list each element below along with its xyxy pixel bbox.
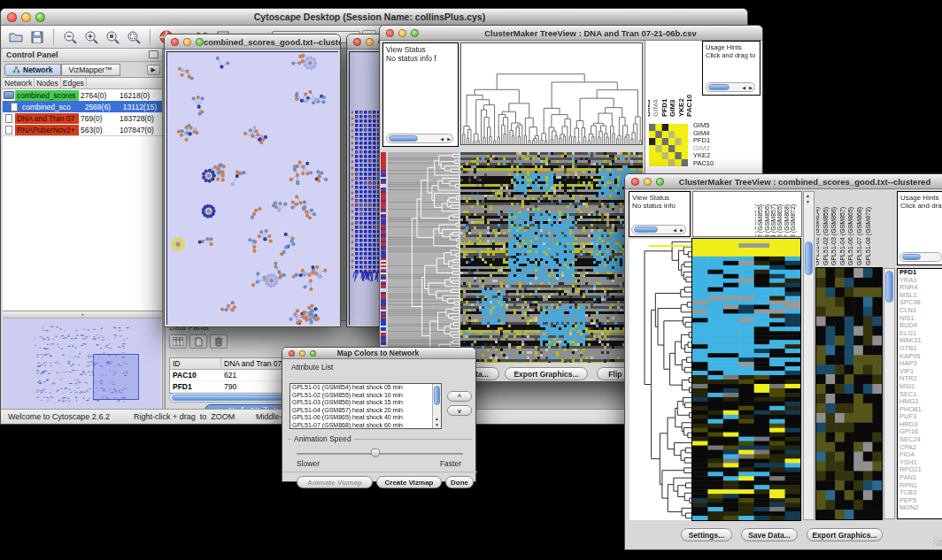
open-icon[interactable] — [6, 28, 26, 46]
usage-hints-hscrollbar[interactable]: ◀ ▶ — [706, 82, 755, 92]
tab-network[interactable]: Network — [4, 64, 61, 76]
usage-hints-hscrollbar[interactable] — [900, 252, 942, 262]
window-titlebar[interactable]: ClusterMaker TreeView : DNA and Tran 07-… — [380, 26, 762, 41]
column-header[interactable]: Edges — [61, 78, 87, 88]
heatmap-canvas[interactable] — [460, 152, 643, 363]
animate-vizmap-button[interactable]: Animate Vizmap — [297, 476, 373, 488]
sub-heatmap-canvas[interactable] — [816, 268, 882, 519]
close-button[interactable] — [171, 38, 179, 46]
close-button[interactable] — [353, 38, 361, 46]
close-button[interactable] — [7, 12, 17, 22]
scroll-left-icon[interactable]: ◀ — [673, 226, 676, 234]
scrollbar-thumb[interactable] — [885, 271, 893, 303]
delete-attribute-trash-icon[interactable] — [210, 334, 228, 349]
column-header[interactable]: Network — [3, 78, 35, 88]
zoom-button[interactable] — [35, 12, 45, 22]
column-label[interactable]: GPL51-02 (GSM855) — [757, 204, 763, 236]
scroll-right-icon[interactable]: ▶ — [749, 84, 753, 91]
save-icon[interactable] — [27, 28, 47, 46]
attribute-item[interactable]: GPL51-02 (GSM855) heat shock 10 min — [290, 392, 441, 400]
column-label[interactable]: GPL51-04 (GSM857) — [770, 204, 776, 236]
save-data-button[interactable]: Save Data... — [741, 528, 798, 541]
done-button[interactable]: Done — [445, 476, 474, 488]
row-dendrogram[interactable] — [629, 239, 691, 520]
column-label[interactable]: GPL51-01 (GSM854) — [816, 207, 820, 265]
column-label[interactable]: PAC10 — [685, 95, 693, 117]
sub-vscrollbar[interactable] — [884, 268, 895, 519]
window-titlebar[interactable]: combined_scores_good.txt--cluste... — [165, 35, 340, 50]
export-graphics-button[interactable]: Export Graphics... — [505, 367, 588, 380]
minimize-button[interactable] — [398, 29, 406, 37]
scroll-right-icon[interactable]: ▶ — [680, 226, 683, 234]
column-label[interactable]: GPL51-07 (GSM868) — [784, 204, 790, 236]
scrollbar-thumb[interactable] — [902, 254, 921, 260]
table-row[interactable]: combined_sco 2569(6) 13112(15) — [3, 101, 162, 112]
gene-label[interactable]: MON2 — [898, 504, 942, 512]
column-label[interactable]: GPL51-08 (GSM872) — [790, 204, 796, 236]
column-label[interactable]: GPL51-02 (GSM855) — [822, 207, 829, 265]
speed-slider-track[interactable] — [297, 453, 463, 455]
scroll-left-icon[interactable]: ◀ — [440, 135, 444, 142]
table-row[interactable]: DNA and Tran 07 769(0) 183728(0) — [3, 112, 162, 124]
attribute-select-icon[interactable] — [169, 334, 187, 349]
speed-slider-thumb[interactable] — [371, 449, 380, 457]
new-attribute-icon[interactable] — [189, 334, 207, 349]
tab-vizmapper[interactable]: VizMapper™ — [61, 64, 120, 76]
scroll-right-icon[interactable]: ▶ — [447, 135, 451, 142]
close-button[interactable] — [631, 178, 639, 186]
column-label[interactable]: GPL51-07 (GSM868) — [856, 207, 862, 265]
scrollbar-thumb[interactable] — [434, 386, 440, 405]
attribute-list[interactable]: GPL51-01 (GSM854) heat shock 05 minGPL51… — [290, 383, 442, 429]
main-vscrollbar[interactable]: ▲ ▼ — [803, 191, 815, 520]
scroll-up-icon[interactable]: ▲ — [435, 416, 439, 421]
close-button[interactable] — [289, 350, 295, 357]
scroll-down-icon[interactable]: ▼ — [435, 422, 439, 427]
scrollbar-thumb[interactable] — [805, 242, 813, 275]
minimize-button[interactable] — [21, 12, 31, 22]
id-column-header[interactable]: ID — [170, 358, 221, 369]
zoom-out-icon[interactable] — [60, 28, 80, 46]
tab-overflow-icon[interactable]: ▶ — [147, 65, 160, 75]
move-up-button[interactable]: ^ — [447, 391, 472, 402]
scrollbar-thumb[interactable] — [708, 84, 730, 90]
float-panel-icon[interactable] — [149, 50, 158, 58]
column-label[interactable]: PFD1 — [660, 99, 668, 117]
move-down-button[interactable]: v — [447, 405, 472, 416]
zoom-button[interactable] — [656, 178, 664, 186]
attribute-item[interactable]: GPL51-04 (GSM857) heat shock 20 min — [290, 407, 441, 415]
column-label[interactable]: GPL51-04 (GSM857) — [839, 207, 845, 265]
scroll-left-icon[interactable]: ◀ — [742, 84, 745, 91]
zoom-fit-icon[interactable] — [124, 28, 143, 46]
zoom-actual-icon[interactable] — [103, 28, 122, 46]
window-titlebar[interactable]: ClusterMaker TreeView : combined_scores_… — [625, 174, 942, 189]
zoom-button[interactable] — [310, 350, 316, 357]
resize-grip[interactable] — [933, 537, 942, 546]
scrollbar-thumb[interactable] — [634, 226, 658, 233]
list-vscrollbar[interactable]: ▲ ▼ — [432, 384, 441, 428]
column-label[interactable]: GPL51-06 (GSM865) — [847, 207, 853, 265]
main-heatmap-canvas[interactable] — [692, 239, 800, 520]
export-graphics-button[interactable]: Export Graphics... — [807, 528, 883, 541]
zoom-in-icon[interactable] — [81, 28, 101, 46]
column-header[interactable]: Nodes — [35, 78, 61, 88]
scroll-down-icon[interactable]: ▼ — [806, 199, 810, 204]
scrollbar-thumb[interactable] — [389, 135, 418, 142]
zoom-button[interactable] — [196, 38, 204, 46]
column-label[interactable]: GPL51-03 (GSM856) — [764, 204, 770, 236]
table-row[interactable]: combined_scores 2764(0) 16218(0) — [3, 89, 162, 101]
birdseye-grip[interactable]: ● — [3, 311, 162, 318]
view-status-hscrollbar[interactable]: ◀ ▶ — [386, 134, 453, 143]
main-titlebar[interactable]: Cytoscape Desktop (Session Name: collins… — [1, 9, 747, 26]
column-label[interactable]: GIM3 — [668, 99, 676, 117]
attribute-item[interactable]: GPL51-01 (GSM854) heat shock 05 min — [290, 384, 441, 392]
table-row[interactable]: RNAPuberNov2+ 563(0) 107847(0) — [3, 124, 162, 135]
birdseye-view[interactable] — [3, 318, 161, 410]
column-label[interactable]: GPL51-03 (GSM856) — [830, 207, 837, 265]
minimize-button[interactable] — [299, 350, 305, 357]
zoom-button[interactable] — [411, 29, 419, 37]
minimize-button[interactable] — [366, 38, 374, 46]
minimize-button[interactable] — [183, 38, 191, 46]
view-status-hscrollbar[interactable]: ◀ ▶ — [631, 225, 686, 234]
column-dendrogram[interactable] — [461, 43, 642, 144]
settings-button[interactable]: Settings... — [681, 528, 732, 541]
